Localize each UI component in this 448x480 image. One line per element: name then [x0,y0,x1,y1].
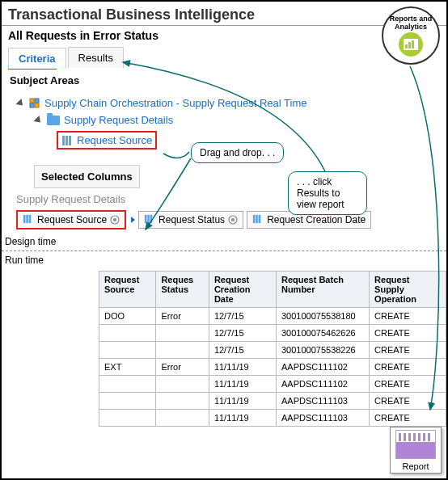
column-icon [144,214,155,225]
column-chip-request-status[interactable]: Request Status [138,211,243,229]
callout-drag-drop: Drag and drop. . . [191,142,284,163]
svg-rect-22 [408,42,411,48]
table-row: 11/11/19AAPDSC111102CREATE [99,376,446,393]
table-cell: CREATE [370,359,446,376]
gear-icon[interactable] [110,215,120,225]
table-cell: CREATE [370,308,446,325]
phase-separator [2,251,446,251]
table-row: 12/7/15300100075538226CREATE [99,342,446,359]
svg-rect-19 [259,215,261,223]
svg-rect-1 [35,99,39,103]
tab-criteria[interactable]: Criteria [8,48,66,69]
table-header: Request Supply Operation [370,272,446,308]
badge-label-line2: Analytics [395,23,427,31]
table-cell [156,376,209,393]
svg-rect-14 [150,215,153,223]
tab-bar: Criteria Results [2,47,446,68]
svg-rect-7 [23,215,26,223]
table-cell: CREATE [370,376,446,393]
svg-rect-5 [66,136,68,145]
svg-rect-21 [405,44,408,48]
table-cell: 12/7/15 [209,325,276,342]
table-cell: CREATE [370,342,446,359]
report-card[interactable]: Report [390,427,442,474]
folder-icon [47,116,60,125]
table-cell: EXT [99,359,156,376]
column-icon [23,214,34,225]
table-cell: Error [156,359,209,376]
subject-areas-heading: Subject Areas [2,69,446,93]
svg-rect-17 [253,215,256,223]
table-cell: 300100075538180 [276,308,369,325]
table-cell [99,410,156,427]
table-row: 11/11/19AAPDSC111103CREATE [99,410,446,427]
table-row: 12/7/15300100075462626CREATE [99,325,446,342]
report-thumbnail-icon [395,430,436,459]
table-cell: CREATE [370,325,446,342]
table-cell [99,342,156,359]
gear-icon[interactable] [228,215,238,225]
table-cell: DOO [99,308,156,325]
tree-folder[interactable]: Supply Request Details [11,112,437,128]
tree-root-label: Supply Chain Orchestration - Supply Requ… [44,97,306,109]
callout-click-results: . . . click Results to view report [288,171,367,215]
svg-rect-3 [35,103,39,107]
reports-analytics-badge[interactable]: Reports and Analytics [382,6,440,65]
chevron-down-icon [15,98,25,107]
tree-leaf-label: Request Source [77,134,152,146]
selected-columns-heading: Selected Columns [34,165,140,188]
page-title: Transactional Business Intelligence [2,2,446,26]
column-chip-label: Request Status [158,214,225,225]
table-cell [156,410,209,427]
table-cell: 300100075538226 [276,342,369,359]
chevron-right-icon [131,217,135,223]
badge-label-line1: Reports and [390,15,433,23]
table-cell [156,393,209,410]
report-output-table: Request SourceReques StatusRequest Creat… [99,271,446,427]
table-header: Request Batch Number [276,272,369,308]
table-row: DOOError12/7/15300100075538180CREATE [99,308,446,325]
tree-folder-label: Supply Request Details [64,114,173,126]
svg-rect-13 [147,215,150,223]
svg-rect-9 [29,215,32,223]
svg-rect-12 [145,215,147,223]
table-cell [99,393,156,410]
table-header: Reques Status [156,272,209,308]
table-cell: 11/11/19 [209,359,276,376]
svg-rect-6 [69,136,71,145]
table-cell: Error [156,308,209,325]
table-cell [156,342,209,359]
table-cell: CREATE [370,410,446,427]
column-chip-request-source[interactable]: Request Source [16,210,126,229]
cube-icon [29,98,40,109]
table-cell: 11/11/19 [209,393,276,410]
table-cell: 12/7/15 [209,308,276,325]
tree-root[interactable]: Supply Chain Orchestration - Supply Requ… [11,95,437,112]
svg-point-16 [231,218,235,221]
table-cell: AAPDSC111102 [276,376,369,393]
svg-point-11 [113,218,116,221]
selected-columns-row: Request Source Request Status Request Cr… [2,208,446,234]
tab-results[interactable]: Results [68,47,124,68]
design-time-label: Design time [2,234,446,249]
table-cell: 11/11/19 [209,376,276,393]
page-subtitle: All Requests in Error Status [2,26,446,47]
table-cell: 12/7/15 [209,342,276,359]
table-row: EXTError11/11/19AAPDSC111102CREATE [99,359,446,376]
table-cell: CREATE [370,393,446,410]
svg-rect-23 [412,40,414,48]
column-icon [61,135,73,146]
column-icon [252,214,264,225]
column-chip-label: Request Source [37,214,107,225]
table-cell [156,325,209,342]
table-row: 11/11/19AAPDSC111103CREATE [99,393,446,410]
table-header: Request Source [99,272,156,308]
table-cell: 300100075462626 [276,325,369,342]
svg-rect-0 [30,99,34,103]
svg-rect-8 [26,215,28,223]
table-cell: 11/11/19 [209,410,276,427]
chevron-down-icon [33,115,43,124]
report-card-label: Report [392,461,439,471]
reports-icon [399,32,423,57]
run-time-label: Run time [2,253,446,267]
